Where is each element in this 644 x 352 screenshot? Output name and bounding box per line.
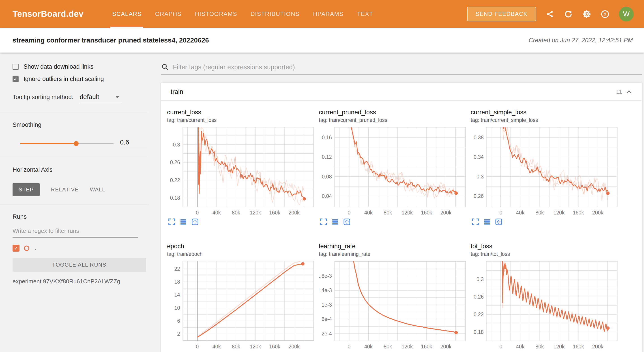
expand-icon[interactable] bbox=[472, 218, 479, 226]
user-avatar[interactable]: W bbox=[619, 7, 634, 21]
svg-text:200k: 200k bbox=[440, 210, 452, 216]
chart-plot-current_pruned_loss[interactable]: 040k80k120k160k200k0.160.120.080.04 bbox=[319, 127, 467, 216]
svg-text:0.08: 0.08 bbox=[322, 174, 332, 179]
tab-hparams[interactable]: HPARAMS bbox=[313, 0, 344, 28]
smoothing-value-input[interactable] bbox=[120, 139, 147, 148]
svg-text:0.22: 0.22 bbox=[170, 177, 180, 183]
share-icon[interactable] bbox=[546, 10, 554, 18]
chevron-up-icon[interactable] bbox=[626, 89, 632, 95]
smoothing-slider-knob[interactable] bbox=[74, 141, 78, 146]
axis-button-wall[interactable]: WALL bbox=[90, 186, 105, 193]
header-actions: SEND FEEDBACK bbox=[467, 0, 634, 28]
smoothing-slider[interactable] bbox=[20, 143, 114, 144]
svg-text:160k: 160k bbox=[421, 344, 432, 350]
chart-toolbar bbox=[168, 218, 319, 226]
smoothing-section: Smoothing bbox=[0, 112, 148, 157]
chart-card-current_pruned_loss: current_pruned_loss tag: train/current_p… bbox=[319, 109, 471, 226]
svg-text:120k: 120k bbox=[250, 210, 261, 216]
send-feedback-button[interactable]: SEND FEEDBACK bbox=[467, 7, 536, 21]
header-tabs: SCALARSGRAPHSHISTOGRAMSDISTRIBUTIONSHPAR… bbox=[112, 0, 373, 28]
expand-icon[interactable] bbox=[320, 218, 327, 226]
svg-text:200k: 200k bbox=[288, 210, 300, 216]
svg-text:40k: 40k bbox=[212, 210, 221, 216]
run-label: . bbox=[35, 245, 36, 251]
runs-filter-input[interactable] bbox=[12, 227, 138, 237]
svg-text:120k: 120k bbox=[250, 344, 261, 350]
toggle-all-runs-button[interactable]: TOGGLE ALL RUNS bbox=[12, 258, 146, 272]
svg-text:120k: 120k bbox=[402, 344, 413, 350]
svg-text:0.3: 0.3 bbox=[476, 276, 484, 282]
run-color-swatch[interactable] bbox=[24, 246, 29, 251]
svg-text:120k: 120k bbox=[553, 344, 564, 350]
svg-text:160k: 160k bbox=[269, 344, 280, 350]
svg-text:14: 14 bbox=[174, 292, 180, 298]
svg-text:0.16: 0.16 bbox=[322, 135, 332, 141]
chart-card-current_simple_loss: current_simple_loss tag: train/current_s… bbox=[471, 109, 622, 226]
refresh-icon[interactable] bbox=[564, 10, 573, 18]
log-scale-icon[interactable] bbox=[332, 218, 339, 226]
expand-icon[interactable] bbox=[168, 218, 176, 226]
svg-text:6e-4: 6e-4 bbox=[322, 316, 332, 322]
horizontal-axis-section: Horizontal Axis STEPRELATIVEWALL bbox=[0, 157, 148, 205]
help-icon[interactable]: ? bbox=[600, 10, 610, 18]
svg-text:40k: 40k bbox=[516, 344, 525, 350]
svg-text:40k: 40k bbox=[516, 210, 525, 216]
run-checkbox[interactable]: ✓ bbox=[12, 245, 20, 252]
show-download-links-row[interactable]: Show data download links bbox=[12, 63, 148, 70]
svg-text:0.3: 0.3 bbox=[476, 174, 484, 179]
svg-text:160k: 160k bbox=[573, 210, 584, 216]
chart-plot-tot_loss[interactable]: 040k80k120k160k200k0.30.260.220.18 bbox=[471, 261, 618, 350]
fit-domain-icon[interactable] bbox=[495, 218, 502, 226]
horizontal-axis-label: Horizontal Axis bbox=[12, 157, 148, 173]
tab-distributions[interactable]: DISTRIBUTIONS bbox=[250, 0, 300, 28]
experiment-created-timestamp: Created on Jun 27, 2022, 12:42:51 PM bbox=[529, 37, 633, 44]
show-download-links-checkbox[interactable] bbox=[12, 64, 18, 70]
horizontal-axis-buttons: STEPRELATIVEWALL bbox=[12, 183, 148, 196]
chart-title: epoch bbox=[167, 243, 319, 250]
svg-text:2: 2 bbox=[177, 331, 180, 337]
svg-text:10: 10 bbox=[174, 305, 180, 311]
tooltip-sorting-label: Tooltip sorting method: bbox=[12, 94, 74, 101]
ignore-outliers-checkbox[interactable]: ✓ bbox=[12, 76, 18, 82]
svg-text:0: 0 bbox=[196, 344, 198, 350]
svg-text:?: ? bbox=[604, 11, 606, 16]
svg-text:40k: 40k bbox=[364, 344, 373, 350]
chart-plot-current_loss[interactable]: 040k80k120k160k200k0.30.260.220.18 bbox=[167, 127, 315, 216]
chart-plot-epoch[interactable]: 040k80k120k160k200k2218141062 bbox=[167, 261, 315, 350]
svg-text:6: 6 bbox=[177, 318, 180, 324]
chart-card-epoch: epoch tag: train/epoch 040k80k120k160k20… bbox=[167, 243, 319, 352]
app-title: TensorBoard.dev bbox=[12, 0, 84, 28]
svg-text:0.38: 0.38 bbox=[474, 135, 484, 141]
chart-tag: tag: train/epoch bbox=[167, 251, 319, 257]
svg-text:200k: 200k bbox=[440, 344, 452, 350]
log-scale-icon[interactable] bbox=[483, 218, 491, 226]
svg-text:160k: 160k bbox=[573, 344, 584, 350]
axis-button-relative[interactable]: RELATIVE bbox=[51, 186, 78, 193]
tab-text[interactable]: TEXT bbox=[357, 0, 373, 28]
axis-button-step[interactable]: STEP bbox=[12, 183, 40, 196]
train-group-header[interactable]: train 11 bbox=[161, 83, 642, 101]
log-scale-icon[interactable] bbox=[180, 218, 187, 226]
svg-text:80k: 80k bbox=[384, 344, 392, 350]
svg-text:200k: 200k bbox=[592, 344, 603, 350]
svg-text:120k: 120k bbox=[402, 210, 413, 216]
fit-domain-icon[interactable] bbox=[191, 218, 199, 226]
svg-text:40k: 40k bbox=[364, 210, 373, 216]
fit-domain-icon[interactable] bbox=[343, 218, 351, 226]
tag-filter-input[interactable] bbox=[173, 63, 642, 71]
svg-text:160k: 160k bbox=[269, 210, 280, 216]
chart-plot-current_simple_loss[interactable]: 040k80k120k160k200k0.380.340.30.26 bbox=[471, 127, 618, 216]
tooltip-sorting-select[interactable]: default bbox=[80, 93, 121, 103]
settings-icon[interactable] bbox=[582, 10, 591, 18]
ignore-outliers-row[interactable]: ✓ Ignore outliers in chart scaling bbox=[12, 76, 148, 83]
tab-scalars[interactable]: SCALARS bbox=[112, 0, 142, 28]
chart-plot-learning_rate[interactable]: 040k80k120k160k200k1.8e-31.4e-31e-36e-42… bbox=[319, 261, 467, 350]
chart-toolbar bbox=[472, 218, 622, 226]
tab-graphs[interactable]: GRAPHS bbox=[155, 0, 182, 28]
tab-histograms[interactable]: HISTOGRAMS bbox=[195, 0, 237, 28]
chart-tag: tag: train/current_pruned_loss bbox=[319, 117, 471, 123]
tooltip-sorting-row: Tooltip sorting method: default bbox=[12, 93, 148, 103]
svg-text:80k: 80k bbox=[536, 344, 544, 350]
svg-text:0.34: 0.34 bbox=[474, 154, 484, 160]
group-header-right: 11 bbox=[616, 89, 632, 95]
